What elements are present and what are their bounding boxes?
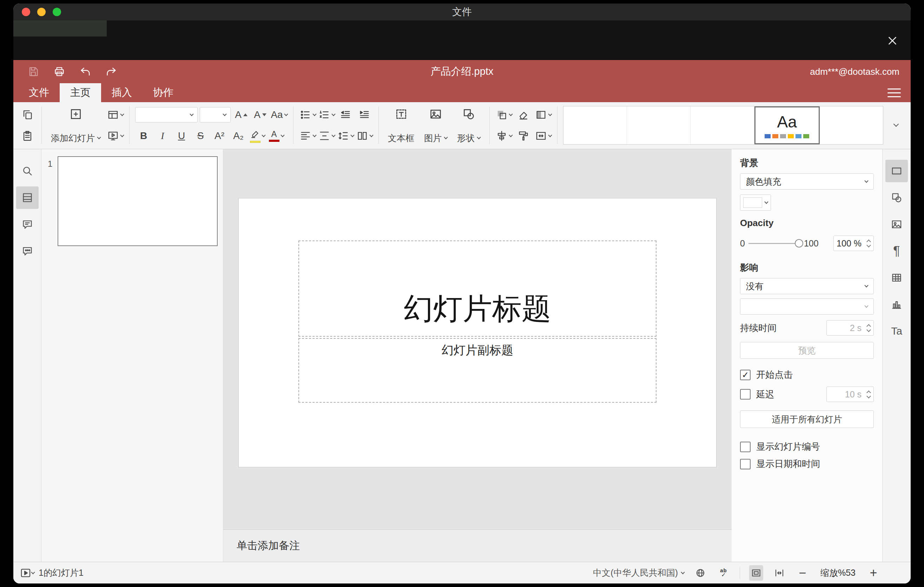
theme-item[interactable] — [820, 106, 883, 144]
font-name-select[interactable] — [135, 107, 198, 122]
slide-thumbnail[interactable] — [58, 156, 218, 246]
close-traffic-light[interactable] — [22, 8, 30, 16]
copy-style-button[interactable] — [515, 127, 532, 145]
document-language-button[interactable] — [693, 565, 708, 581]
strikethrough-button[interactable]: S — [192, 127, 209, 145]
highlight-color-button[interactable] — [249, 127, 266, 145]
paste-button[interactable] — [19, 127, 36, 145]
zoom-out-button[interactable]: − — [795, 565, 810, 581]
title-placeholder[interactable]: 幻灯片标题 — [299, 241, 657, 337]
notes-area[interactable]: 单击添加备注 — [223, 529, 732, 562]
menu-button[interactable] — [888, 87, 901, 99]
font-color-button[interactable]: A — [268, 127, 285, 145]
image-button[interactable]: 图片 — [421, 106, 451, 145]
main-toolbar: 添加幻灯片 A A Aa B I U S A² A₂ A — [13, 102, 911, 149]
table-settings-button[interactable] — [885, 267, 908, 289]
apply-all-button[interactable]: 适用于所有幻灯片 — [740, 411, 874, 428]
shape-settings-button[interactable] — [885, 186, 908, 209]
paragraph-settings-button[interactable]: ¶ — [885, 240, 908, 262]
overlay-close-button[interactable] — [885, 33, 900, 48]
shape-button[interactable]: 形状 — [454, 106, 484, 145]
save-button[interactable] — [27, 66, 39, 77]
slides-panel-button[interactable] — [16, 186, 39, 209]
zoom-in-button[interactable]: + — [866, 565, 881, 581]
slide-canvas[interactable]: 幻灯片标题 幻灯片副标题 — [239, 198, 716, 467]
chat-icon — [21, 245, 33, 257]
image-settings-button[interactable] — [885, 213, 908, 236]
show-slide-number-checkbox[interactable] — [740, 442, 751, 452]
arrange-shape-button[interactable] — [495, 106, 512, 124]
add-slide-button[interactable]: 添加幻灯片 — [48, 106, 104, 145]
slide-settings-button[interactable] — [885, 160, 908, 182]
delay-checkbox[interactable] — [740, 389, 751, 399]
vertical-align-button[interactable] — [318, 127, 335, 145]
slideshow-start-button[interactable] — [20, 565, 35, 581]
start-on-click-checkbox[interactable] — [740, 370, 751, 380]
subtitle-placeholder[interactable]: 幻灯片副标题 — [299, 338, 657, 403]
bold-button[interactable]: B — [135, 127, 152, 145]
spellcheck-button[interactable]: ab✓ — [716, 565, 731, 581]
color-scheme-icon — [535, 109, 547, 121]
slide-size-button[interactable] — [535, 127, 551, 145]
align-text-button[interactable] — [299, 127, 316, 145]
language-selector[interactable]: 中文(中华人民共和国) — [593, 565, 684, 581]
tab-file[interactable]: 文件 — [18, 83, 60, 102]
spinner-arrows[interactable] — [864, 240, 873, 247]
line-spacing-button[interactable] — [337, 127, 354, 145]
clear-style-button[interactable] — [515, 106, 532, 124]
subscript-button[interactable]: A₂ — [230, 127, 247, 145]
columns-button[interactable] — [356, 127, 373, 145]
chart-settings-button[interactable] — [885, 293, 908, 316]
search-button[interactable] — [16, 160, 39, 182]
tab-collaboration[interactable]: 协作 — [142, 83, 184, 102]
theme-item[interactable] — [563, 106, 627, 144]
shrink-font-button[interactable]: A — [252, 106, 269, 124]
chat-button[interactable] — [16, 240, 39, 262]
decrease-indent-button[interactable] — [337, 106, 354, 124]
opacity-spinner[interactable]: 100 % — [833, 236, 874, 251]
font-size-select[interactable] — [200, 107, 231, 122]
fit-slide-button[interactable] — [749, 565, 763, 581]
copy-button[interactable] — [19, 106, 36, 124]
document-title: 产品介绍.pptx — [431, 64, 493, 79]
fill-color-select[interactable] — [740, 195, 771, 211]
redo-button[interactable] — [105, 66, 117, 77]
undo-button[interactable] — [79, 66, 91, 77]
print-button[interactable] — [53, 66, 65, 77]
opacity-slider[interactable] — [749, 243, 802, 244]
effect-section-label: 影响 — [740, 262, 874, 274]
color-swatch — [743, 197, 762, 208]
textart-settings-button[interactable]: Ta — [885, 320, 908, 342]
start-slideshow-button[interactable] — [107, 127, 124, 145]
color-scheme-button[interactable] — [535, 106, 551, 124]
comments-button[interactable] — [16, 213, 39, 236]
effect-select[interactable]: 没有 — [740, 278, 874, 294]
close-icon — [886, 34, 899, 48]
slide-layout-button[interactable] — [107, 106, 124, 124]
increase-indent-button[interactable] — [356, 106, 373, 124]
minimize-traffic-light[interactable] — [37, 8, 46, 16]
fit-width-button[interactable] — [772, 565, 786, 581]
underline-button[interactable]: U — [173, 127, 190, 145]
grow-font-button[interactable]: A — [233, 106, 249, 124]
fill-type-select[interactable]: 颜色填充 — [740, 173, 874, 190]
align-shape-button[interactable] — [495, 127, 512, 145]
textbox-button[interactable]: 文本框 — [384, 106, 418, 145]
window-titlebar[interactable]: 文件 — [13, 3, 911, 20]
theme-gallery-expand-button[interactable] — [886, 106, 906, 145]
show-datetime-checkbox[interactable] — [740, 459, 751, 469]
editor-canvas: 幻灯片标题 幻灯片副标题 单击添加备注 — [223, 149, 732, 562]
zoom-traffic-light[interactable] — [53, 8, 61, 16]
theme-item[interactable] — [691, 106, 754, 144]
theme-item-selected[interactable]: Aa — [754, 106, 820, 144]
theme-item[interactable] — [627, 106, 691, 144]
notes-placeholder: 单击添加备注 — [237, 539, 300, 553]
bullets-button[interactable] — [299, 106, 316, 124]
change-case-button[interactable]: Aa — [271, 106, 287, 124]
opacity-slider-knob[interactable] — [795, 239, 803, 247]
tab-home[interactable]: 主页 — [60, 83, 101, 102]
italic-button[interactable]: I — [154, 127, 171, 145]
tab-insert[interactable]: 插入 — [101, 83, 142, 102]
numbering-button[interactable] — [318, 106, 335, 124]
superscript-button[interactable]: A² — [211, 127, 228, 145]
